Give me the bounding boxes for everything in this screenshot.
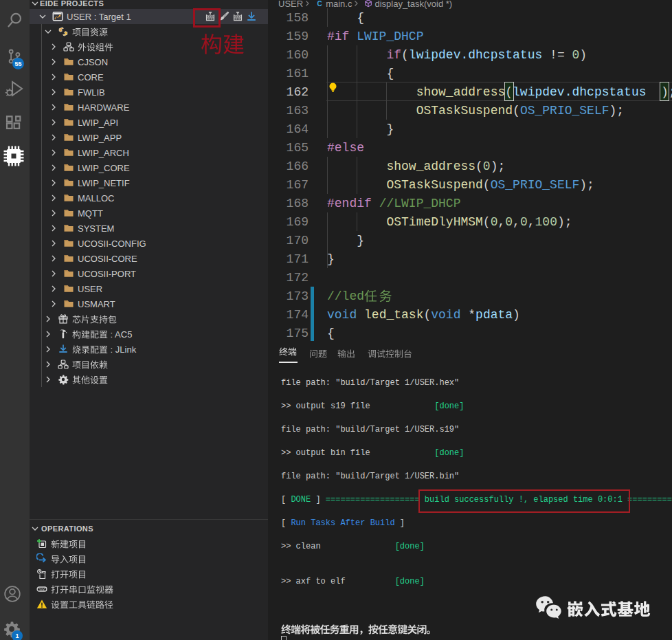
svg-text:C: C <box>317 0 322 8</box>
